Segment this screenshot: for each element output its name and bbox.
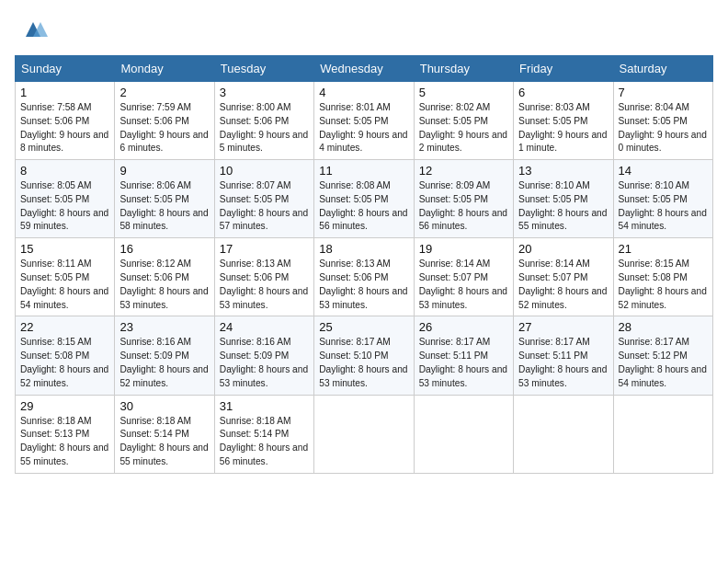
day-info: Sunrise: 8:05 AMSunset: 5:05 PMDaylight:… [20, 179, 109, 234]
day-number: 3 [220, 86, 309, 99]
day-info: Sunrise: 8:17 AMSunset: 5:11 PMDaylight:… [518, 336, 608, 390]
weekday-header-thursday: Thursday [414, 56, 513, 82]
calendar-cell: 4Sunrise: 8:01 AMSunset: 5:05 PMDaylight… [314, 82, 414, 160]
calendar-cell: 16Sunrise: 8:12 AMSunset: 5:06 PMDayligh… [115, 238, 214, 316]
calendar-cell: 1Sunrise: 7:58 AMSunset: 5:06 PMDaylight… [16, 82, 115, 160]
day-info: Sunrise: 8:17 AMSunset: 5:12 PMDaylight:… [619, 336, 708, 390]
weekday-header-monday: Monday [115, 56, 214, 82]
day-info: Sunrise: 8:15 AMSunset: 5:08 PMDaylight:… [619, 258, 708, 312]
calendar-cell [613, 395, 712, 473]
day-info: Sunrise: 8:10 AMSunset: 5:05 PMDaylight:… [518, 179, 608, 234]
day-number: 16 [119, 242, 209, 256]
day-number: 22 [20, 320, 109, 334]
day-info: Sunrise: 8:01 AMSunset: 5:05 PMDaylight:… [319, 101, 408, 155]
calendar-week-2: 8Sunrise: 8:05 AMSunset: 5:05 PMDaylight… [16, 160, 713, 238]
day-info: Sunrise: 8:08 AMSunset: 5:05 PMDaylight:… [319, 179, 408, 234]
day-info: Sunrise: 8:00 AMSunset: 5:06 PMDaylight:… [220, 101, 309, 155]
calendar-cell: 18Sunrise: 8:13 AMSunset: 5:06 PMDayligh… [314, 238, 414, 316]
calendar-cell: 27Sunrise: 8:17 AMSunset: 5:11 PMDayligh… [514, 316, 613, 395]
calendar-cell: 15Sunrise: 8:11 AMSunset: 5:05 PMDayligh… [16, 238, 115, 316]
day-number: 28 [619, 320, 708, 334]
calendar-cell: 14Sunrise: 8:10 AMSunset: 5:05 PMDayligh… [613, 160, 712, 238]
calendar-table: SundayMondayTuesdayWednesdayThursdayFrid… [15, 55, 713, 474]
day-info: Sunrise: 8:07 AMSunset: 5:05 PMDaylight:… [220, 179, 309, 234]
calendar-cell [514, 395, 613, 473]
day-info: Sunrise: 8:06 AMSunset: 5:05 PMDaylight:… [119, 179, 209, 234]
day-info: Sunrise: 8:16 AMSunset: 5:09 PMDaylight:… [220, 336, 309, 390]
day-number: 11 [319, 164, 408, 178]
day-info: Sunrise: 8:18 AMSunset: 5:14 PMDaylight:… [119, 415, 209, 469]
day-info: Sunrise: 8:17 AMSunset: 5:10 PMDaylight:… [319, 336, 408, 390]
day-number: 10 [220, 164, 309, 178]
calendar-cell: 29Sunrise: 8:18 AMSunset: 5:13 PMDayligh… [16, 395, 115, 473]
calendar-cell: 13Sunrise: 8:10 AMSunset: 5:05 PMDayligh… [514, 160, 613, 238]
calendar-cell: 22Sunrise: 8:15 AMSunset: 5:08 PMDayligh… [16, 316, 115, 395]
calendar-cell [414, 395, 513, 473]
day-number: 14 [619, 164, 708, 178]
logo-icon [18, 15, 48, 44]
calendar-cell: 21Sunrise: 8:15 AMSunset: 5:08 PMDayligh… [613, 238, 712, 316]
day-info: Sunrise: 8:12 AMSunset: 5:06 PMDaylight:… [119, 258, 209, 312]
calendar-cell: 2Sunrise: 7:59 AMSunset: 5:06 PMDaylight… [115, 82, 214, 160]
weekday-header-sunday: Sunday [16, 56, 115, 82]
day-info: Sunrise: 8:10 AMSunset: 5:05 PMDaylight:… [619, 179, 708, 234]
calendar-week-3: 15Sunrise: 8:11 AMSunset: 5:05 PMDayligh… [16, 238, 713, 316]
day-number: 9 [119, 164, 209, 178]
calendar-cell: 20Sunrise: 8:14 AMSunset: 5:07 PMDayligh… [514, 238, 613, 316]
day-number: 6 [518, 86, 608, 99]
calendar-cell: 30Sunrise: 8:18 AMSunset: 5:14 PMDayligh… [115, 395, 214, 473]
weekday-header-wednesday: Wednesday [314, 56, 414, 82]
day-info: Sunrise: 7:59 AMSunset: 5:06 PMDaylight:… [119, 101, 209, 155]
calendar-cell: 31Sunrise: 8:18 AMSunset: 5:14 PMDayligh… [214, 395, 313, 473]
day-info: Sunrise: 8:11 AMSunset: 5:05 PMDaylight:… [20, 258, 109, 312]
day-number: 27 [518, 320, 608, 334]
day-info: Sunrise: 8:04 AMSunset: 5:05 PMDaylight:… [619, 101, 708, 155]
weekday-header-saturday: Saturday [613, 56, 712, 82]
day-number: 8 [20, 164, 109, 178]
day-info: Sunrise: 8:03 AMSunset: 5:05 PMDaylight:… [518, 101, 608, 155]
calendar-cell [314, 395, 414, 473]
day-number: 26 [419, 320, 508, 334]
day-number: 30 [119, 399, 209, 413]
calendar-cell: 17Sunrise: 8:13 AMSunset: 5:06 PMDayligh… [214, 238, 313, 316]
calendar-cell: 12Sunrise: 8:09 AMSunset: 5:05 PMDayligh… [414, 160, 513, 238]
calendar-cell: 10Sunrise: 8:07 AMSunset: 5:05 PMDayligh… [214, 160, 313, 238]
day-info: Sunrise: 8:09 AMSunset: 5:05 PMDaylight:… [419, 179, 508, 234]
day-number: 15 [20, 242, 109, 256]
day-info: Sunrise: 8:15 AMSunset: 5:08 PMDaylight:… [20, 336, 109, 390]
day-number: 19 [419, 242, 508, 256]
day-number: 2 [119, 86, 209, 99]
day-info: Sunrise: 8:18 AMSunset: 5:13 PMDaylight:… [20, 415, 109, 469]
day-info: Sunrise: 8:18 AMSunset: 5:14 PMDaylight:… [220, 415, 309, 469]
calendar-cell: 23Sunrise: 8:16 AMSunset: 5:09 PMDayligh… [115, 316, 214, 395]
day-number: 20 [518, 242, 608, 256]
day-info: Sunrise: 8:13 AMSunset: 5:06 PMDaylight:… [220, 258, 309, 312]
day-number: 4 [319, 86, 408, 99]
day-number: 18 [319, 242, 408, 256]
calendar-cell: 24Sunrise: 8:16 AMSunset: 5:09 PMDayligh… [214, 316, 313, 395]
calendar-cell: 19Sunrise: 8:14 AMSunset: 5:07 PMDayligh… [414, 238, 513, 316]
calendar-cell: 11Sunrise: 8:08 AMSunset: 5:05 PMDayligh… [314, 160, 414, 238]
day-number: 5 [419, 86, 508, 99]
day-info: Sunrise: 8:14 AMSunset: 5:07 PMDaylight:… [518, 258, 608, 312]
calendar-header-row: SundayMondayTuesdayWednesdayThursdayFrid… [16, 56, 713, 82]
calendar-cell: 9Sunrise: 8:06 AMSunset: 5:05 PMDaylight… [115, 160, 214, 238]
day-number: 24 [220, 320, 309, 334]
calendar-cell: 8Sunrise: 8:05 AMSunset: 5:05 PMDaylight… [16, 160, 115, 238]
day-number: 17 [220, 242, 309, 256]
weekday-header-tuesday: Tuesday [214, 56, 313, 82]
calendar-week-1: 1Sunrise: 7:58 AMSunset: 5:06 PMDaylight… [16, 82, 713, 160]
calendar-cell: 5Sunrise: 8:02 AMSunset: 5:05 PMDaylight… [414, 82, 513, 160]
logo [15, 15, 48, 44]
day-number: 21 [619, 242, 708, 256]
page-header [15, 15, 713, 44]
day-number: 1 [20, 86, 109, 99]
day-number: 25 [319, 320, 408, 334]
calendar-cell: 3Sunrise: 8:00 AMSunset: 5:06 PMDaylight… [214, 82, 313, 160]
day-info: Sunrise: 8:14 AMSunset: 5:07 PMDaylight:… [419, 258, 508, 312]
day-info: Sunrise: 7:58 AMSunset: 5:06 PMDaylight:… [20, 101, 109, 155]
day-number: 12 [419, 164, 508, 178]
day-info: Sunrise: 8:13 AMSunset: 5:06 PMDaylight:… [319, 258, 408, 312]
calendar-cell: 25Sunrise: 8:17 AMSunset: 5:10 PMDayligh… [314, 316, 414, 395]
calendar-week-4: 22Sunrise: 8:15 AMSunset: 5:08 PMDayligh… [16, 316, 713, 395]
